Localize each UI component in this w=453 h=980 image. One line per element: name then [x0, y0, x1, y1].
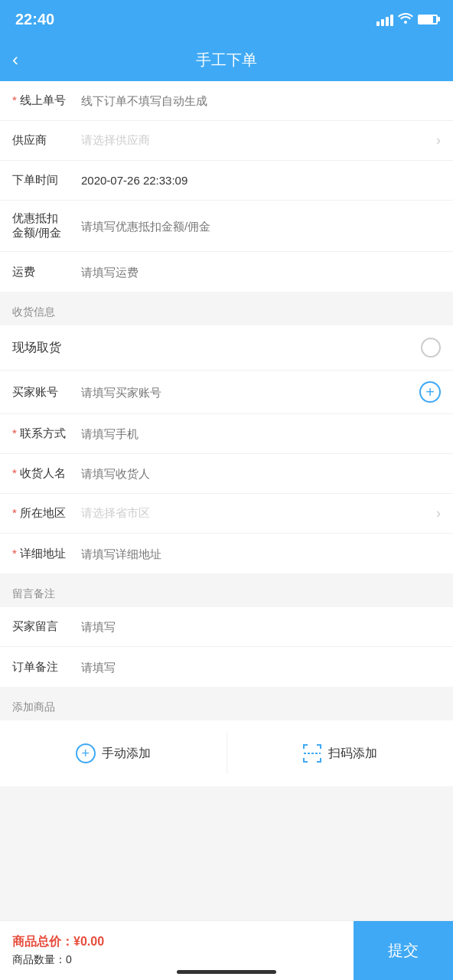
battery-icon [418, 15, 438, 24]
shipping-section-header: 收货信息 [0, 299, 453, 325]
shipping-section-label: 收货信息 [12, 305, 55, 318]
add-products-buttons: + 手动添加 扫码添加 [0, 720, 453, 786]
add-products-header: 添加商品 [0, 694, 453, 720]
shipping-input[interactable] [81, 266, 441, 279]
total-count-row: 商品数量：0 [12, 953, 341, 967]
signal-icon [376, 12, 393, 26]
order-time-value: 2020-07-26 22:33:09 [81, 174, 441, 187]
status-icons [376, 11, 438, 27]
order-remark-label: 订单备注 [12, 660, 81, 675]
discount-row: 优惠抵扣 金额/佣金 [0, 201, 453, 252]
remarks-section-header: 留言备注 [0, 581, 453, 607]
scan-add-button[interactable]: 扫码添加 [240, 733, 442, 774]
page-content: 线上单号 供应商 请选择供应商 › 下单时间 2020-07-26 22:33:… [0, 81, 453, 848]
online-order-row: 线上单号 [0, 81, 453, 121]
contact-label: 联系方式 [12, 426, 81, 441]
recipient-input[interactable] [81, 467, 441, 480]
remarks-section: 留言备注 买家留言 订单备注 [0, 581, 453, 687]
shipping-row: 运费 [0, 252, 453, 292]
page-header: ‹ 手工下单 [0, 38, 453, 81]
supplier-placeholder: 请选择供应商 [81, 133, 430, 148]
buyer-account-input[interactable] [81, 386, 413, 399]
pickup-row[interactable]: 现场取货 [0, 325, 453, 371]
total-price-row: 商品总价：¥0.00 [12, 934, 341, 950]
add-products-section: 添加商品 + 手动添加 [0, 694, 453, 786]
address-label: 详细地址 [12, 547, 81, 561]
buyer-remark-input[interactable] [81, 620, 441, 633]
order-remark-input[interactable] [81, 661, 441, 674]
supplier-label: 供应商 [12, 133, 81, 148]
contact-row: 联系方式 [0, 414, 453, 454]
recipient-label: 收货人名 [12, 466, 81, 481]
region-label: 所在地区 [12, 506, 81, 521]
home-indicator [177, 970, 276, 974]
supplier-arrow-icon: › [436, 132, 441, 149]
add-products-label: 添加商品 [12, 701, 55, 713]
bottom-info: 商品总价：¥0.00 商品数量：0 [0, 934, 354, 967]
order-remark-row: 订单备注 [0, 647, 453, 687]
address-row: 详细地址 [0, 534, 453, 573]
buyer-remark-row: 买家留言 [0, 607, 453, 647]
order-time-row: 下单时间 2020-07-26 22:33:09 [0, 161, 453, 201]
supplier-row[interactable]: 供应商 请选择供应商 › [0, 121, 453, 161]
scan-add-label: 扫码添加 [328, 746, 377, 762]
shipping-info-section: 收货信息 现场取货 买家账号 + 联系方式 收货人名 所在地区 请选择省市区 › [0, 299, 453, 573]
recipient-row: 收货人名 [0, 454, 453, 494]
region-arrow-icon: › [436, 505, 441, 521]
order-info-section: 线上单号 供应商 请选择供应商 › 下单时间 2020-07-26 22:33:… [0, 81, 453, 292]
region-row[interactable]: 所在地区 请选择省市区 › [0, 494, 453, 534]
wifi-icon [398, 11, 413, 27]
total-price-value: 0.00 [80, 935, 104, 948]
manual-add-icon: + [76, 743, 96, 763]
buyer-account-label: 买家账号 [12, 385, 81, 400]
online-order-input[interactable] [81, 94, 441, 107]
pickup-radio[interactable] [421, 338, 441, 358]
status-bar: 22:40 [0, 0, 453, 38]
address-input[interactable] [81, 547, 441, 560]
manual-add-button[interactable]: + 手动添加 [12, 733, 214, 774]
total-count-label: 商品数量： [12, 953, 66, 965]
page-title: 手工下单 [196, 50, 257, 70]
region-placeholder: 请选择省市区 [81, 506, 430, 521]
total-price-currency: ¥ [73, 935, 80, 948]
back-button[interactable]: ‹ [12, 49, 18, 70]
manual-add-label: 手动添加 [102, 746, 151, 762]
buyer-account-row: 买家账号 + [0, 371, 453, 414]
scan-add-icon [302, 743, 322, 763]
online-order-label: 线上单号 [12, 93, 81, 108]
buyer-remark-label: 买家留言 [12, 619, 81, 634]
status-time: 22:40 [15, 11, 54, 28]
shipping-label: 运费 [12, 265, 81, 279]
contact-input[interactable] [81, 427, 441, 440]
add-buttons-divider [226, 733, 227, 774]
submit-button[interactable]: 提交 [354, 921, 453, 981]
pickup-label: 现场取货 [12, 340, 61, 356]
total-price-label: 商品总价： [12, 935, 73, 948]
buyer-account-add-icon[interactable]: + [419, 381, 441, 403]
order-time-label: 下单时间 [12, 173, 81, 188]
remarks-section-label: 留言备注 [12, 587, 55, 599]
discount-input[interactable] [81, 220, 441, 233]
total-count-value: 0 [66, 953, 72, 965]
discount-label: 优惠抵扣 金额/佣金 [12, 211, 81, 240]
